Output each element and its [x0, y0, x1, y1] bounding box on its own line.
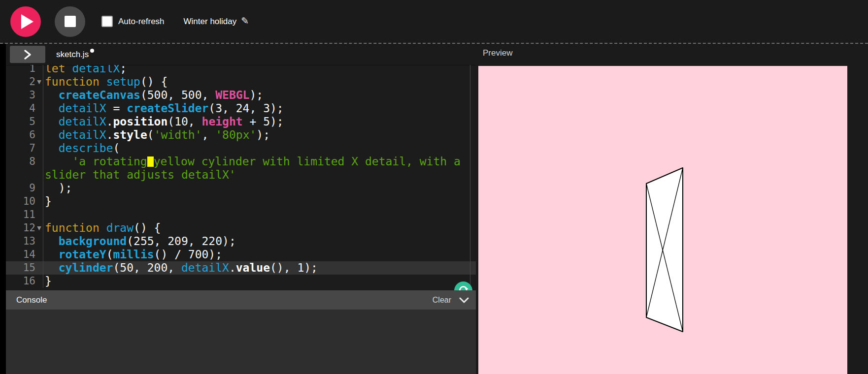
cylinder-outline	[646, 168, 683, 332]
stop-button[interactable]	[55, 6, 85, 37]
code-text: }	[43, 275, 52, 288]
code-text: createCanvas(500, 500, WEBGL);	[43, 89, 263, 102]
code-text: 'a rotatingyellow cylinder with limited …	[43, 155, 461, 168]
code-text: }	[43, 195, 52, 208]
text-cursor	[147, 156, 154, 167]
tab-label: sketch.js	[56, 48, 89, 61]
editor-pane: sketch.js 1let detailX;2▼function setup(…	[6, 44, 476, 374]
line-number-gutter: 8	[6, 155, 43, 168]
code-line[interactable]: 10}	[6, 195, 476, 208]
edit-title-pencil-icon[interactable]: ✎	[241, 15, 249, 27]
auto-refresh-checkbox[interactable]	[101, 16, 113, 27]
code-text: detailX.position(10, height + 5);	[43, 115, 284, 128]
code-line[interactable]: 11	[6, 208, 476, 221]
code-line[interactable]: 6 detailX.style('width', '80px');	[6, 128, 476, 142]
code-text	[43, 208, 45, 221]
preview-title: Preview	[483, 48, 512, 58]
code-text: );	[43, 182, 72, 195]
line-number-gutter: 5	[6, 115, 43, 128]
code-editor[interactable]: 1let detailX;2▼function setup() {3 creat…	[6, 65, 476, 290]
line-number-gutter: 7	[6, 142, 43, 155]
code-text: background(255, 209, 220);	[43, 235, 236, 248]
line-number-gutter: 16	[6, 275, 43, 288]
console-collapse-button[interactable]	[459, 297, 469, 303]
p5-web-editor: Auto-refresh Winter holiday ✎ sketch.js …	[0, 0, 868, 374]
code-line[interactable]: 5 detailX.position(10, height + 5);	[6, 115, 476, 128]
code-text: detailX.style('width', '80px');	[43, 128, 270, 142]
line-number-gutter: 1	[6, 65, 43, 75]
chevron-down-icon	[459, 297, 469, 303]
code-text: describe(	[43, 142, 120, 155]
line-number-gutter: 14	[6, 248, 43, 261]
line-number-gutter: 12▼	[6, 221, 43, 235]
tab-sketch-js[interactable]: sketch.js	[56, 48, 94, 61]
auto-refresh-label[interactable]: Auto-refresh	[118, 17, 165, 27]
collapsed-sidebar-strip	[0, 44, 6, 374]
code-line[interactable]: 3 createCanvas(500, 500, WEBGL);	[6, 89, 476, 102]
line-number-gutter: 6	[6, 128, 43, 142]
sketch-canvas[interactable]	[478, 66, 847, 374]
preview-pane: Preview	[476, 44, 868, 374]
line-number-gutter: 4	[6, 102, 43, 115]
code-text: cylinder(50, 200, detailX.value(), 1);	[43, 261, 318, 275]
stop-icon	[65, 16, 76, 27]
code-line[interactable]: 14 rotateY(millis() / 700);	[6, 248, 476, 261]
line-number-gutter: 3	[6, 89, 43, 102]
project-title[interactable]: Winter holiday	[184, 17, 237, 27]
code-line[interactable]: 8 'a rotatingyellow cylinder with limite…	[6, 155, 476, 168]
code-text: function draw() {	[43, 221, 161, 235]
cylinder-shape	[646, 168, 683, 332]
toolbar: Auto-refresh Winter holiday ✎	[0, 0, 868, 43]
line-number-gutter	[6, 168, 43, 182]
code-text: function setup() {	[43, 75, 167, 89]
code-text: let detailX;	[43, 65, 127, 75]
fold-arrow-icon[interactable]: ▼	[35, 75, 43, 89]
line-number-gutter: 9	[6, 182, 43, 195]
code-line[interactable]: 9 );	[6, 182, 476, 195]
code-line[interactable]: 2▼function setup() {	[6, 75, 476, 89]
code-line[interactable]: 15 cylinder(50, 200, detailX.value(), 1)…	[6, 261, 476, 275]
line-number-gutter: 13	[6, 235, 43, 248]
chevron-right-icon	[23, 49, 33, 60]
sidebar-expand-button[interactable]	[10, 46, 45, 63]
code-text: detailX = createSlider(3, 24, 3);	[43, 102, 284, 115]
line-number-gutter: 10	[6, 195, 43, 208]
code-text: rotateY(millis() / 700);	[43, 248, 222, 261]
console-clear-button[interactable]: Clear	[433, 296, 451, 305]
console-output	[6, 310, 476, 374]
code-line[interactable]: 16}	[6, 275, 476, 288]
console-header: Console Clear	[6, 290, 476, 310]
code-line[interactable]: 7 describe(	[6, 142, 476, 155]
code-text: slider that adjusts detailX'	[43, 168, 236, 182]
line-number-gutter: 11	[6, 208, 43, 221]
play-button[interactable]	[10, 6, 41, 37]
console-panel: Console Clear	[6, 290, 476, 374]
main-area: sketch.js 1let detailX;2▼function setup(…	[0, 43, 868, 374]
code-line[interactable]: 4 detailX = createSlider(3, 24, 3);	[6, 102, 476, 115]
code-line[interactable]: 13 background(255, 209, 220);	[6, 235, 476, 248]
code-line[interactable]: 12▼function draw() {	[6, 221, 476, 235]
fold-arrow-icon[interactable]: ▼	[35, 221, 43, 235]
code-line[interactable]: slider that adjusts detailX'	[6, 168, 476, 182]
unsaved-changes-dot	[90, 49, 94, 53]
line-number-gutter: 15	[6, 261, 43, 275]
tab-bar: sketch.js	[6, 44, 476, 65]
console-title: Console	[16, 295, 433, 305]
play-icon	[21, 14, 33, 29]
code-line[interactable]: 1let detailX;	[6, 65, 476, 75]
code-lines: 1let detailX;2▼function setup() {3 creat…	[6, 65, 476, 288]
line-number-gutter: 2▼	[6, 75, 43, 89]
